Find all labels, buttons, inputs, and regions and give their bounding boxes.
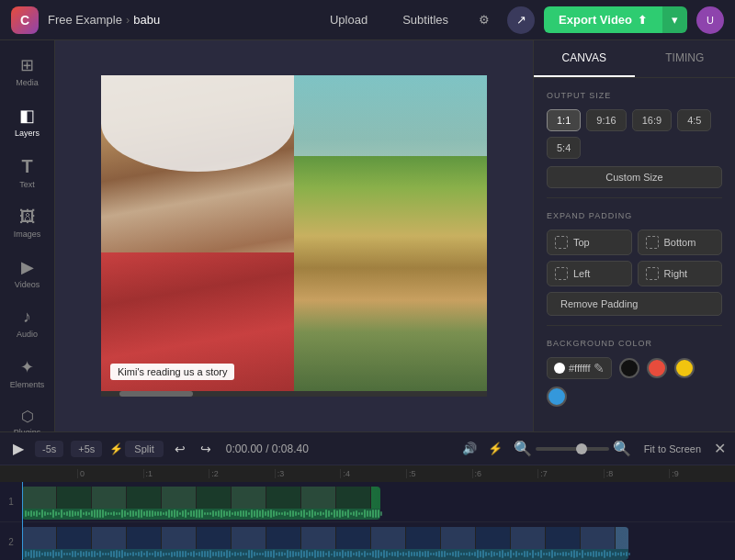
sidebar: ⊞ Media ◧ Layers T Text 🖼 Images ▶ Video… [0,40,55,431]
sidebar-item-text[interactable]: T Text [0,149,54,196]
zoom-slider-thumb [576,443,587,454]
split-button[interactable]: Split [125,441,163,457]
layers-icon: ◧ [19,106,35,126]
audio-mute-icon[interactable]: 🔊 [458,440,481,457]
padding-left-label: Left [573,268,590,279]
file-name[interactable]: babu [133,13,160,27]
audio-waveform-2: const w2 = document.currentScript.parent… [22,549,628,560]
size-btn-9-16[interactable]: 9:16 [586,109,626,131]
images-icon: 🖼 [19,207,36,227]
color-picker-button[interactable]: ✎ [594,361,605,375]
subtitles-button[interactable]: Subtitles [390,8,461,31]
breadcrumb: Free Example › babu [48,13,160,27]
padding-bottom-button[interactable]: Bottom [638,230,723,255]
track-row-2: 2 [0,522,735,560]
videos-icon: ▶ [21,257,34,277]
panel-tabs: CANVAS TIMING [534,40,735,78]
padding-buttons: Top Bottom Left Right [547,230,722,286]
audio-controls: 🔊 ⚡ [458,440,506,457]
color-row: #ffffff ✎ [547,357,722,407]
right-video-clip[interactable] [294,75,487,397]
color-swatch-blue[interactable] [547,386,567,407]
redo-button[interactable]: ↪ [197,440,215,458]
size-options: 1:1 9:16 16:9 4:5 5:4 Custom Size [547,109,722,188]
sidebar-label-text: Text [19,180,35,189]
timeline-playhead[interactable] [22,482,23,560]
timeline-close-button[interactable]: ✕ [714,440,726,457]
export-upload-icon: ⬆ [638,14,647,27]
color-hex-input[interactable]: #ffffff ✎ [547,357,612,379]
timeline: ▶ -5s +5s ⚡ Split ↩ ↪ 0:00.00 / 0:08.40 … [0,431,735,560]
padding-top-button[interactable]: Top [547,230,632,255]
background-color-section: BACKGROUND COLOR #ffffff ✎ [534,326,735,416]
zoom-slider[interactable] [536,447,609,451]
timeline-tracks: 1 [0,482,735,560]
size-btn-16-9[interactable]: 16:9 [632,109,672,131]
padding-right-button[interactable]: Right [638,261,723,286]
tab-timing[interactable]: TIMING [635,40,736,77]
sidebar-item-layers[interactable]: ◧ Layers [0,98,54,145]
zoom-in-icon[interactable]: 🔍 [613,440,631,457]
skip-back-button[interactable]: -5s [35,441,63,457]
subtitle-bar: Kimi's reading us a story [110,364,234,380]
size-btn-custom[interactable]: Custom Size [547,166,722,188]
track-content-1[interactable]: // Generate waveform bars dynamically co… [22,485,735,520]
left-video-clip[interactable]: Kimi's reading us a story [101,75,294,397]
sidebar-label-media: Media [16,78,39,87]
ruler-mark-9: :9 [669,469,735,478]
size-btn-1-1[interactable]: 1:1 [547,109,581,131]
export-button[interactable]: Export Video ⬆ [544,6,662,33]
sidebar-item-elements[interactable]: ✦ Elements [0,350,54,397]
split-icon: ⚡ [109,442,123,455]
export-group: Export Video ⬆ ▾ [544,6,687,33]
share-button[interactable]: ↗ [507,6,535,34]
timecode: 0:00.00 / 0:08.40 [226,442,309,455]
fit-to-screen-button[interactable]: Fit to Screen [639,443,707,454]
undo-icon: ↩ [175,442,186,456]
sidebar-item-videos[interactable]: ▶ Videos [0,250,54,297]
background-color-label: BACKGROUND COLOR [547,339,722,348]
undo-button[interactable]: ↩ [171,440,189,458]
size-btn-5-4[interactable]: 5:4 [547,137,581,159]
sidebar-label-layers: Layers [15,129,40,138]
ruler-mark-4: :4 [340,469,406,478]
canvas-scrollbar-thumb [119,391,193,397]
color-swatch-black[interactable] [619,358,639,378]
sidebar-label-elements: Elements [10,380,45,389]
settings-icon[interactable]: ⚙ [470,6,498,34]
topbar: C Free Example › babu Upload Subtitles ⚙… [0,0,735,40]
play-icon: ▶ [13,441,24,456]
track-content-2[interactable]: const w2 = document.currentScript.parent… [22,525,735,560]
skip-fwd-button[interactable]: +5s [71,441,102,457]
elements-icon: ✦ [20,357,34,377]
color-swatch-yellow[interactable] [674,358,695,378]
size-btn-4-5[interactable]: 4:5 [677,109,711,131]
color-dot-preview [554,363,565,374]
sidebar-item-images[interactable]: 🖼 Images [0,200,54,246]
timeline-controls: ▶ -5s +5s ⚡ Split ↩ ↪ 0:00.00 / 0:08.40 … [0,432,735,465]
zoom-controls: 🔍 🔍 [514,440,631,457]
canvas-scrollbar[interactable] [101,391,487,397]
upload-button[interactable]: Upload [317,8,380,31]
padding-top-label: Top [573,237,590,248]
tab-canvas[interactable]: CANVAS [534,40,635,77]
project-name[interactable]: Free Example [48,13,122,27]
zoom-out-icon[interactable]: 🔍 [514,440,532,457]
audio-split-icon[interactable]: ⚡ [484,440,506,457]
sidebar-label-videos: Videos [15,280,40,289]
color-swatch-red[interactable] [647,358,667,378]
padding-left-button[interactable]: Left [547,261,632,286]
remove-padding-button[interactable]: Remove Padding [547,292,722,316]
ruler-mark-1: :1 [143,469,209,478]
user-avatar[interactable]: U [696,6,724,34]
ruler-mark-8: :8 [604,469,670,478]
sidebar-item-audio[interactable]: ♪ Audio [0,300,54,346]
export-dropdown-button[interactable]: ▾ [662,6,687,33]
breadcrumb-separator: › [126,13,130,27]
right-panel: CANVAS TIMING OUTPUT SIZE 1:1 9:16 16:9 … [533,40,735,431]
sidebar-item-media[interactable]: ⊞ Media [0,48,54,95]
play-button[interactable]: ▶ [9,438,28,459]
media-icon: ⊞ [20,55,34,75]
padding-right-icon [646,267,659,280]
expand-padding-label: EXPAND PADDING [547,211,722,220]
